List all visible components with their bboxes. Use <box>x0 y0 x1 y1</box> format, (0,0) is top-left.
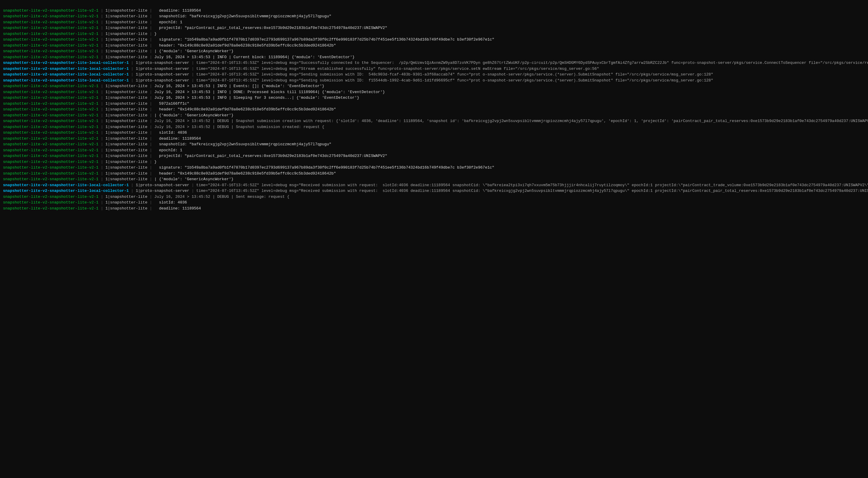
log-message: snapshotCid: "bafkreicxgjg2vpj2wn5suvpsi… <box>154 142 331 147</box>
log-line: snapshotter-lite-v2-snapshotter-lite-v2-… <box>2 113 866 119</box>
log-message: July 16, 2024 > 13:45:53 | INFO | Events… <box>154 84 324 88</box>
log-message: header: "0x149c88c8e92a01def9d78a0e6238c… <box>154 107 336 111</box>
log-message: } <box>154 32 157 36</box>
log-message: July 16, 2024 > 13:45:52 | DEBUG | Snaps… <box>154 119 868 123</box>
log-line: snapshotter-lite-v2-snapshotter-lite-v2-… <box>2 48 866 54</box>
log-line: snapshotter-lite-v2-snapshotter-lite-v2-… <box>2 194 866 200</box>
log-message: time="2024-07-16T13:45:53Z" level=debug … <box>196 72 713 77</box>
log-line: snapshotter-lite-v2-snapshotter-lite-v2-… <box>2 130 866 136</box>
log-message: July 16, 2024 > 13:45:52 | DEBUG | Snaps… <box>154 125 324 129</box>
service-name: 1|snapshotter-lite <box>105 142 147 147</box>
service-name: 1|proto-snapshot-server <box>136 189 189 193</box>
service-name: 1|snapshotter-lite <box>105 90 147 94</box>
service-name: 1|snapshotter-lite <box>105 20 147 25</box>
log-line: snapshotter-lite-v2-snapshotter-lite-loc… <box>2 60 866 66</box>
service-name: 1|snapshotter-lite <box>105 125 147 129</box>
log-line: snapshotter-lite-v2-snapshotter-lite-v2-… <box>2 176 866 182</box>
log-line: snapshotter-lite-v2-snapshotter-lite-v2-… <box>2 54 866 60</box>
log-message: July 16, 2024 > 13:45:52 | DEBUG | Sent … <box>154 195 289 199</box>
container-name: snapshotter-lite-v2-snapshotter-lite-v2-… <box>3 37 98 42</box>
log-line: snapshotter-lite-v2-snapshotter-lite-v2-… <box>2 101 866 107</box>
log-message: epochId: 1 <box>154 148 182 153</box>
container-name: snapshotter-lite-v2-snapshotter-lite-v2-… <box>3 55 98 59</box>
container-name: snapshotter-lite-v2-snapshotter-lite-v2-… <box>3 20 98 25</box>
log-line: snapshotter-lite-v2-snapshotter-lite-v2-… <box>2 83 866 89</box>
container-name: snapshotter-lite-v2-snapshotter-lite-loc… <box>3 183 129 187</box>
container-name: snapshotter-lite-v2-snapshotter-lite-loc… <box>3 72 129 77</box>
container-name: snapshotter-lite-v2-snapshotter-lite-v2-… <box>3 148 98 153</box>
container-name: snapshotter-lite-v2-snapshotter-lite-loc… <box>3 61 129 65</box>
log-line: snapshotter-lite-v2-snapshotter-lite-v2-… <box>2 37 866 43</box>
service-name: 1|snapshotter-lite <box>105 177 147 182</box>
service-name: 1|snapshotter-lite <box>105 101 147 106</box>
log-line: snapshotter-lite-v2-snapshotter-lite-loc… <box>2 77 866 84</box>
log-line: snapshotter-lite-v2-snapshotter-lite-v2-… <box>2 95 866 101</box>
service-name: 1|snapshotter-lite <box>105 160 147 164</box>
log-line: snapshotter-lite-v2-snapshotter-lite-v2-… <box>2 205 866 212</box>
container-name: snapshotter-lite-v2-snapshotter-lite-v2-… <box>3 101 98 106</box>
service-name: 1|snapshotter-lite <box>105 95 147 100</box>
log-message: July 16, 2024 > 13:45:53 | INFO | DONE: … <box>154 90 385 94</box>
log-line: snapshotter-lite-v2-snapshotter-lite-v2-… <box>2 153 866 159</box>
log-message: July 16, 2024 > 13:45:53 | INFO | Curren… <box>154 55 354 59</box>
log-message: deadline: 11189564 <box>154 8 201 13</box>
log-line: snapshotter-lite-v2-snapshotter-lite-v2-… <box>2 171 866 177</box>
log-line: snapshotter-lite-v2-snapshotter-lite-v2-… <box>2 89 866 95</box>
container-name: snapshotter-lite-v2-snapshotter-lite-v2-… <box>3 43 98 48</box>
log-message: time="2024-07-16T13:45:53Z" level=debug … <box>196 61 868 65</box>
log-message: 5972a166ff1c" <box>154 101 189 106</box>
service-name: 1|snapshotter-lite <box>105 8 147 13</box>
service-name: 1|snapshotter-lite <box>105 206 147 211</box>
container-name: snapshotter-lite-v2-snapshotter-lite-v2-… <box>3 200 98 205</box>
service-name: 1|snapshotter-lite <box>105 154 147 158</box>
log-line: snapshotter-lite-v2-snapshotter-lite-v2-… <box>2 118 866 124</box>
log-message: time="2024-07-16T13:45:53Z" level=debug … <box>196 67 599 71</box>
log-message: signature: "1b549a8ba7a9ad0fb1f47870b17d… <box>154 37 494 42</box>
container-name: snapshotter-lite-v2-snapshotter-lite-loc… <box>3 67 129 71</box>
log-message: July 16, 2024 > 13:45:53 | INFO | Sleepi… <box>154 95 360 100</box>
log-line: snapshotter-lite-v2-snapshotter-lite-v2-… <box>2 159 866 165</box>
log-container: snapshotter-lite-v2-snapshotter-lite-v2-… <box>0 1 868 212</box>
container-name: snapshotter-lite-v2-snapshotter-lite-v2-… <box>3 195 98 199</box>
service-name: 1|snapshotter-lite <box>105 32 147 36</box>
log-message: time="2024-07-16T13:45:52Z" level=debug … <box>196 189 868 193</box>
log-line: snapshotter-lite-v2-snapshotter-lite-v2-… <box>2 165 866 171</box>
log-message: time="2024-07-16T13:45:53Z" level=debug … <box>196 78 713 83</box>
log-line: snapshotter-lite-v2-snapshotter-lite-v2-… <box>2 13 866 20</box>
container-name: snapshotter-lite-v2-snapshotter-lite-v2-… <box>3 206 98 211</box>
container-name: snapshotter-lite-v2-snapshotter-lite-v2-… <box>3 171 98 176</box>
service-name: 1|snapshotter-lite <box>105 148 147 153</box>
log-message: deadline: 11189564 <box>154 206 201 211</box>
log-line: snapshotter-lite-v2-snapshotter-lite-v2-… <box>2 25 866 31</box>
log-message: | {'module': 'GenericAsyncWorker'} <box>154 177 234 182</box>
container-name: snapshotter-lite-v2-snapshotter-lite-v2-… <box>3 165 98 170</box>
container-name: snapshotter-lite-v2-snapshotter-lite-v2-… <box>3 14 98 19</box>
log-line: snapshotter-lite-v2-snapshotter-lite-loc… <box>2 182 866 188</box>
log-message: | {'module': 'GenericAsyncWorker'} <box>154 49 234 54</box>
container-name: snapshotter-lite-v2-snapshotter-lite-v2-… <box>3 32 98 36</box>
log-message: projectId: "pairContract_pair_total_rese… <box>154 154 387 158</box>
service-name: 1|snapshotter-lite <box>105 84 147 88</box>
log-line: snapshotter-lite-v2-snapshotter-lite-v2-… <box>2 136 866 142</box>
service-name: 1|snapshotter-lite <box>105 200 147 205</box>
container-name: snapshotter-lite-v2-snapshotter-lite-v2-… <box>3 26 98 30</box>
service-name: 1|snapshotter-lite <box>105 171 147 176</box>
log-line: snapshotter-lite-v2-snapshotter-lite-v2-… <box>2 8 866 14</box>
service-name: 1|snapshotter-lite <box>105 55 147 59</box>
log-message: signature: "1b549a8ba7a9ad0fb1f47870b17d… <box>154 165 494 170</box>
service-name: 1|snapshotter-lite <box>105 107 147 111</box>
container-name: snapshotter-lite-v2-snapshotter-lite-v2-… <box>3 90 98 94</box>
log-message: deadline: 11189564 <box>154 136 201 141</box>
container-name: snapshotter-lite-v2-snapshotter-lite-loc… <box>3 189 129 193</box>
log-line: snapshotter-lite-v2-snapshotter-lite-v2-… <box>2 141 866 148</box>
service-name: 1|snapshotter-lite <box>105 43 147 48</box>
service-name: 1|snapshotter-lite <box>105 130 147 135</box>
container-name: snapshotter-lite-v2-snapshotter-lite-v2-… <box>3 107 98 111</box>
container-name: snapshotter-lite-v2-snapshotter-lite-v2-… <box>3 130 98 135</box>
service-name: 1|proto-snapshot-server <box>136 78 189 83</box>
log-message: snapshotCid: "bafkreicxgjg2vpj2wn5suvpsi… <box>154 14 331 19</box>
log-message: header: "0x149c88c8e92a01def9d78a0e6238c… <box>154 171 336 176</box>
log-message: | {'module': 'GenericAsyncWorker'} <box>154 113 234 118</box>
log-message: header: "0x149c88c8e92a01def9d78a0e6238c… <box>154 43 336 48</box>
log-line: snapshotter-lite-v2-snapshotter-lite-v2-… <box>2 148 866 153</box>
